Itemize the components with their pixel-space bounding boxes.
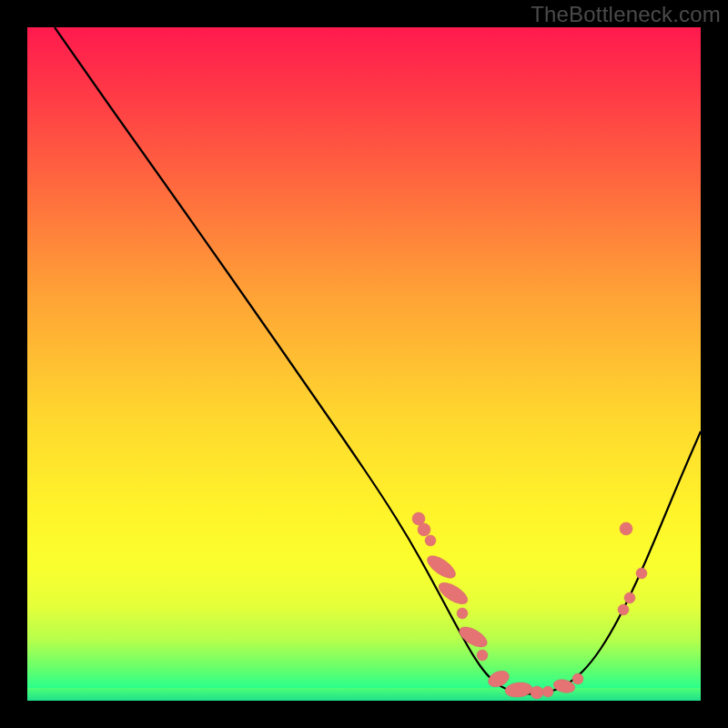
chart-curve <box>55 27 701 694</box>
chart-marker-11 <box>542 686 553 697</box>
chart-marker-6 <box>456 623 490 652</box>
chart-marker-13 <box>572 673 583 684</box>
chart-marker-15 <box>624 592 635 603</box>
chart-marker-9 <box>504 681 533 698</box>
chart-marker-1 <box>418 523 430 536</box>
chart-marker-3 <box>424 551 460 582</box>
chart-marker-7 <box>477 650 488 661</box>
chart-plot-area <box>27 27 701 701</box>
chart-marker-17 <box>620 522 632 535</box>
chart-marker-10 <box>531 686 543 699</box>
watermark-text: TheBottleneck.com <box>531 2 721 27</box>
chart-svg <box>27 27 701 701</box>
chart-marker-2 <box>425 535 436 546</box>
chart-marker-14 <box>618 604 629 615</box>
chart-markers-group <box>412 512 647 699</box>
chart-marker-4 <box>435 579 470 609</box>
chart-marker-5 <box>457 608 468 619</box>
chart-marker-16 <box>636 568 647 579</box>
